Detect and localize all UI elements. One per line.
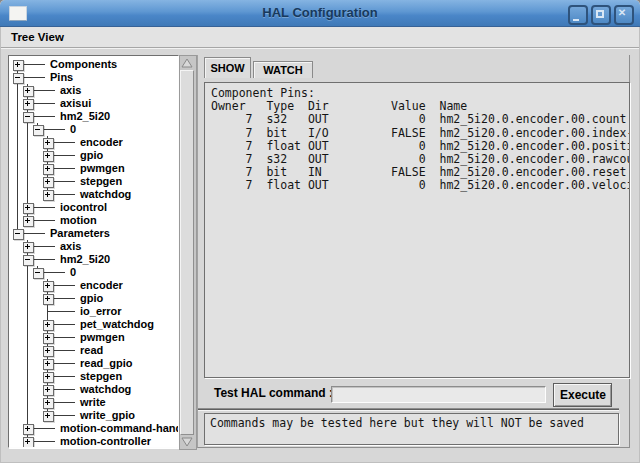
tree-panel: ComponentsPinsaxisaxisuihm2_5i200encoder… bbox=[8, 55, 195, 448]
tree-item-label[interactable]: stepgen bbox=[80, 175, 122, 188]
collapse-minus-icon[interactable] bbox=[33, 268, 44, 279]
tree-item-label[interactable]: pwmgen bbox=[80, 162, 125, 175]
tree-connector-line bbox=[52, 155, 75, 156]
tree-item-label[interactable]: Components bbox=[50, 58, 117, 71]
tree-item-gpio: gpio bbox=[11, 292, 179, 305]
tree-item-label[interactable]: hm2_5i20 bbox=[60, 110, 110, 123]
tree-item-label[interactable]: pwmgen bbox=[80, 331, 125, 344]
scroll-up-button[interactable] bbox=[180, 56, 194, 70]
expand-plus-icon[interactable] bbox=[23, 242, 34, 253]
minimize-button[interactable] bbox=[568, 5, 588, 25]
tree-item-label[interactable]: hm2_5i20 bbox=[60, 253, 110, 266]
show-watch-panel: SHOW WATCH Component Pins: Owner Type Di… bbox=[197, 55, 630, 448]
scroll-down-button[interactable] bbox=[180, 435, 194, 449]
tree-connector-line bbox=[27, 409, 28, 422]
tree-connector-line bbox=[32, 246, 55, 247]
tree-item-axis: axis bbox=[11, 84, 179, 97]
tab-watch[interactable]: WATCH bbox=[253, 61, 313, 78]
expand-plus-icon[interactable] bbox=[43, 398, 54, 409]
expand-plus-icon[interactable] bbox=[43, 177, 54, 188]
tree-item-label[interactable]: stepgen bbox=[80, 370, 122, 383]
tree-connector-line bbox=[27, 162, 28, 175]
tree-item-label[interactable]: Pins bbox=[50, 71, 73, 84]
tree-item-label[interactable]: 0 bbox=[70, 266, 76, 279]
tree-connector-line bbox=[27, 123, 28, 136]
tree-connector-line bbox=[32, 428, 55, 429]
expand-plus-icon[interactable] bbox=[23, 203, 34, 214]
expand-plus-icon[interactable] bbox=[43, 411, 54, 422]
arrow-down-icon bbox=[182, 438, 192, 446]
tree-connector-line bbox=[42, 129, 65, 130]
expand-plus-icon[interactable] bbox=[23, 86, 34, 97]
pin-output-text[interactable]: Component Pins: Owner Type Dir Value Nam… bbox=[204, 82, 630, 378]
tree-item-label[interactable]: read_gpio bbox=[80, 357, 133, 370]
expand-plus-icon[interactable] bbox=[43, 333, 54, 344]
tree-item-label[interactable]: watchdog bbox=[80, 188, 131, 201]
tree-connector-line bbox=[27, 318, 28, 331]
tree-item-label[interactable]: axisui bbox=[60, 97, 91, 110]
expand-plus-icon[interactable] bbox=[43, 190, 54, 201]
tree-item-label[interactable]: read bbox=[80, 344, 103, 357]
expand-plus-icon[interactable] bbox=[13, 60, 24, 71]
tree-item-label[interactable]: write_gpio bbox=[80, 409, 135, 422]
scrollbar-thumb[interactable] bbox=[180, 70, 194, 435]
expand-plus-icon[interactable] bbox=[43, 294, 54, 305]
tree-item-label[interactable]: gpio bbox=[80, 149, 103, 162]
tree-item-label[interactable]: axis bbox=[60, 240, 81, 253]
tree-connector-line bbox=[17, 175, 18, 188]
menubar: Tree View bbox=[1, 27, 639, 48]
menu-tree-view[interactable]: Tree View bbox=[1, 29, 72, 43]
tree-item-label[interactable]: io_error bbox=[80, 305, 122, 318]
expand-plus-icon[interactable] bbox=[43, 359, 54, 370]
collapse-minus-icon[interactable] bbox=[13, 73, 24, 84]
tab-show[interactable]: SHOW bbox=[204, 57, 251, 78]
expand-plus-icon[interactable] bbox=[23, 437, 34, 448]
tree-item-label[interactable]: iocontrol bbox=[60, 201, 107, 214]
hal-command-input[interactable] bbox=[331, 386, 546, 403]
tree-connector-line bbox=[17, 84, 18, 97]
tree-item-label[interactable]: axis bbox=[60, 84, 81, 97]
expand-plus-icon[interactable] bbox=[23, 424, 34, 435]
expand-plus-icon[interactable] bbox=[43, 372, 54, 383]
tree-view[interactable]: ComponentsPinsaxisaxisuihm2_5i200encoder… bbox=[8, 55, 179, 448]
tree-item-label[interactable]: encoder bbox=[80, 279, 123, 292]
expand-plus-icon[interactable] bbox=[43, 346, 54, 357]
expand-plus-icon[interactable] bbox=[43, 138, 54, 149]
tree-item-label[interactable]: motion-controller bbox=[60, 435, 151, 448]
tree-item-label[interactable]: 0 bbox=[70, 123, 76, 136]
expand-plus-icon[interactable] bbox=[43, 385, 54, 396]
tree-item-label[interactable]: gpio bbox=[80, 292, 103, 305]
expand-plus-icon[interactable] bbox=[43, 281, 54, 292]
expand-plus-icon[interactable] bbox=[43, 164, 54, 175]
expand-plus-icon[interactable] bbox=[43, 320, 54, 331]
tree-connector-line bbox=[52, 324, 75, 325]
expand-plus-icon[interactable] bbox=[23, 99, 34, 110]
expand-plus-icon[interactable] bbox=[23, 216, 34, 227]
collapse-minus-icon[interactable] bbox=[23, 255, 34, 266]
tree-item-label[interactable]: watchdog bbox=[80, 383, 131, 396]
execute-button[interactable]: Execute bbox=[553, 383, 612, 407]
tree-connector-line bbox=[17, 110, 18, 123]
tree-item-label[interactable]: write bbox=[80, 396, 106, 409]
tree-item-label[interactable]: motion-command-handl bbox=[60, 422, 179, 435]
collapse-minus-icon[interactable] bbox=[33, 125, 44, 136]
tree-item-label[interactable]: pet_watchdog bbox=[80, 318, 154, 331]
close-icon: ✕ bbox=[616, 7, 628, 19]
collapse-minus-icon[interactable] bbox=[13, 229, 24, 240]
tree-scrollbar[interactable] bbox=[179, 55, 197, 450]
close-button[interactable]: ✕ bbox=[614, 5, 634, 25]
tree-connector-line bbox=[27, 305, 28, 318]
tree-item-encoder: encoder bbox=[11, 279, 179, 292]
tree-item-write: write bbox=[11, 396, 179, 409]
tree-item-label[interactable]: Parameters bbox=[50, 227, 110, 240]
tree-connector-line bbox=[52, 194, 75, 195]
tree-connector-line bbox=[27, 357, 28, 370]
tree-connector-line bbox=[52, 168, 75, 169]
collapse-minus-icon[interactable] bbox=[23, 112, 34, 123]
tree-item-label[interactable]: motion bbox=[60, 214, 97, 227]
maximize-button[interactable] bbox=[591, 5, 611, 25]
tree-item-label[interactable]: encoder bbox=[80, 136, 123, 149]
expand-plus-icon[interactable] bbox=[43, 151, 54, 162]
titlebar[interactable]: HAL Configuration ✕ bbox=[0, 0, 640, 27]
tree-connector-line bbox=[27, 188, 28, 201]
